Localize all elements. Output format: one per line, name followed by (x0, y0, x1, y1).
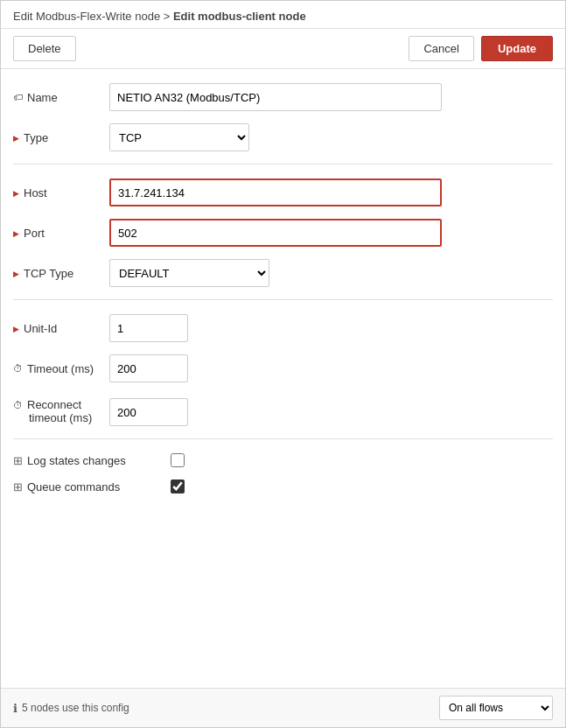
toolbar: Delete Cancel Update (1, 29, 565, 69)
breadcrumb-parent: Edit Modbus-Flex-Write node (13, 10, 160, 23)
queue-commands-row: Queue commands (13, 480, 553, 494)
grid-icon-queue (13, 480, 23, 494)
unit-id-label: Unit-Id (13, 322, 109, 335)
delete-button[interactable]: Delete (13, 36, 76, 61)
log-states-label: Log states changes (13, 454, 171, 467)
grid-icon-log (13, 454, 23, 467)
update-button[interactable]: Update (481, 36, 553, 61)
reconnect-label: Reconnect timeout (ms) (13, 395, 109, 424)
log-states-row: Log states changes (13, 453, 553, 467)
port-field-row: Port (13, 219, 553, 247)
host-field-row: Host (13, 178, 553, 206)
clock-icon-reconnect (13, 399, 23, 411)
reconnect-timeout-input[interactable] (109, 398, 188, 426)
unit-id-input[interactable] (109, 314, 188, 342)
name-label: Name (13, 91, 109, 104)
bookmark-icon-port (13, 227, 19, 239)
type-field-row: Type TCP Serial (13, 123, 553, 151)
log-states-checkbox[interactable] (171, 453, 185, 467)
divider-2 (13, 299, 553, 300)
queue-commands-label: Queue commands (13, 480, 171, 494)
window: Edit Modbus-Flex-Write node > Edit modbu… (0, 0, 566, 728)
breadcrumb-separator: > (164, 10, 171, 23)
tcp-type-field-row: TCP Type DEFAULT KEEP-ALIVE NO-DELAY KEE… (13, 259, 553, 287)
toolbar-right: Cancel Update (409, 36, 553, 61)
host-input[interactable] (109, 178, 442, 206)
timeout-input[interactable] (109, 354, 188, 382)
name-field-row: Name (13, 83, 553, 111)
name-input[interactable] (109, 83, 442, 111)
port-input[interactable] (109, 219, 442, 247)
timeout-field-row: Timeout (ms) (13, 354, 553, 382)
breadcrumb: Edit Modbus-Flex-Write node > Edit modbu… (1, 1, 565, 29)
footer: 5 nodes use this config On all flows On … (1, 688, 565, 727)
clock-icon-timeout (13, 362, 23, 374)
unit-id-field-row: Unit-Id (13, 314, 553, 342)
bookmark-icon-unitid (13, 322, 19, 334)
breadcrumb-current: Edit modbus-client node (173, 10, 306, 23)
tcp-type-label: TCP Type (13, 267, 109, 280)
queue-commands-checkbox[interactable] (171, 480, 185, 494)
reconnect-field-row: Reconnect timeout (ms) (13, 395, 553, 426)
info-icon (13, 702, 17, 715)
footer-info: 5 nodes use this config (13, 702, 129, 715)
divider-1 (13, 164, 553, 164)
bookmark-icon-tcptype (13, 267, 19, 279)
tag-icon (13, 91, 23, 103)
footer-info-text: 5 nodes use this config (22, 702, 129, 714)
divider-3 (13, 438, 553, 439)
content-area: Name Type TCP Serial Host (1, 69, 565, 688)
port-label: Port (13, 227, 109, 240)
type-select[interactable]: TCP Serial (109, 123, 249, 151)
host-label: Host (13, 186, 109, 200)
timeout-label: Timeout (ms) (13, 362, 109, 375)
cancel-button[interactable]: Cancel (409, 36, 473, 61)
bookmark-icon-host (13, 186, 19, 199)
type-label: Type (13, 131, 109, 144)
flow-select[interactable]: On all flows On current flow (439, 696, 553, 720)
bookmark-icon-type (13, 131, 19, 144)
tcp-type-select[interactable]: DEFAULT KEEP-ALIVE NO-DELAY KEEP-ALIVE+N… (109, 259, 269, 287)
